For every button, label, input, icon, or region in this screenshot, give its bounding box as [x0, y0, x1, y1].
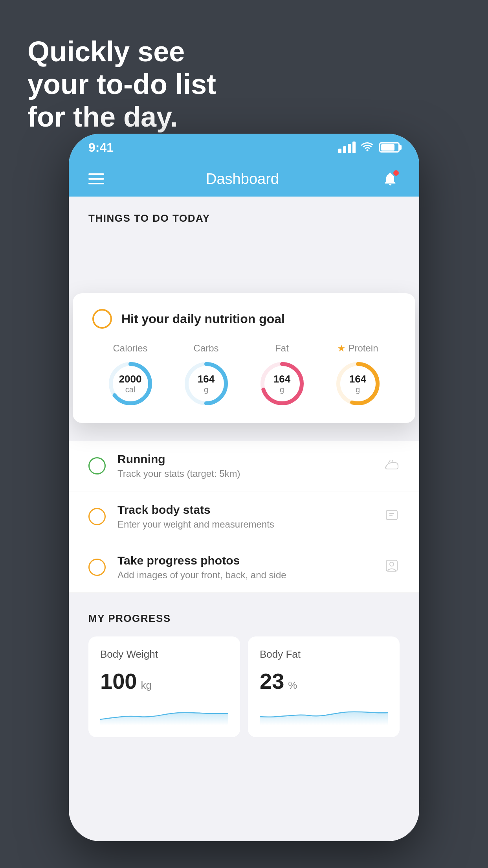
signal-icon — [338, 142, 356, 153]
calories-unit: cal — [119, 385, 142, 394]
carbs-ring: 164 g — [183, 360, 230, 407]
body-fat-chart — [260, 702, 388, 725]
body-weight-card: Body Weight 100 kg — [88, 636, 240, 737]
calories-ring: 2000 cal — [107, 360, 154, 407]
carbs-label: Carbs — [193, 343, 218, 354]
calories-label: Calories — [113, 343, 147, 354]
section-header: THINGS TO DO TODAY — [69, 197, 419, 232]
person-icon — [384, 558, 400, 577]
bell-icon[interactable] — [381, 169, 400, 188]
carbs-value: 164 — [198, 373, 215, 385]
nutrition-check-circle[interactable] — [92, 309, 112, 329]
fat-value: 164 — [273, 373, 290, 385]
progress-photos-subtitle: Add images of your front, back, and side — [117, 570, 372, 581]
running-subtitle: Track your stats (target: 5km) — [117, 468, 372, 479]
body-fat-card: Body Fat 23 % — [248, 636, 400, 737]
nutrition-rings: Calories 2000 cal — [92, 343, 396, 407]
todo-item-running[interactable]: Running Track your stats (target: 5km) — [69, 441, 419, 491]
hero-text: Quickly see your to-do list for the day. — [28, 35, 216, 133]
nav-bar: Dashboard — [69, 161, 419, 197]
running-title: Running — [117, 452, 372, 466]
progress-photos-title: Take progress photos — [117, 554, 372, 567]
svg-rect-8 — [386, 510, 397, 520]
todo-item-progress-photos[interactable]: Take progress photos Add images of your … — [69, 542, 419, 593]
calories-value: 2000 — [119, 373, 142, 385]
notification-dot — [393, 170, 399, 176]
fat-label: Fat — [275, 343, 289, 354]
nutrition-card: Hit your daily nutrition goal Calories — [73, 293, 415, 423]
body-weight-value: 100 — [100, 668, 137, 694]
hamburger-menu[interactable] — [88, 173, 104, 184]
running-text: Running Track your stats (target: 5km) — [117, 452, 372, 479]
nutrition-card-header: Hit your daily nutrition goal — [92, 309, 396, 329]
phone-content: THINGS TO DO TODAY Hit your daily nutrit… — [69, 197, 419, 749]
progress-cards: Body Weight 100 kg — [88, 636, 400, 737]
body-stats-title: Track body stats — [117, 503, 372, 517]
nav-title: Dashboard — [206, 171, 279, 188]
body-stats-subtitle: Enter your weight and measurements — [117, 519, 372, 530]
things-today-title: THINGS TO DO TODAY — [88, 212, 400, 224]
progress-section-title: MY PROGRESS — [88, 612, 400, 625]
phone-frame: 9:41 Dashboard — [69, 134, 419, 841]
status-icons — [338, 141, 400, 154]
body-weight-chart — [100, 702, 228, 725]
protein-ring: 164 g — [334, 360, 382, 407]
body-weight-unit: kg — [141, 679, 151, 691]
running-check-circle — [88, 457, 106, 474]
body-fat-value-row: 23 % — [260, 668, 388, 694]
progress-photos-check-circle — [88, 559, 106, 576]
status-bar: 9:41 — [69, 134, 419, 161]
shoe-icon — [384, 456, 400, 476]
body-weight-value-row: 100 kg — [100, 668, 228, 694]
calories-ring-item: Calories 2000 cal — [107, 343, 154, 407]
scale-icon — [384, 507, 400, 526]
body-fat-unit: % — [288, 679, 297, 691]
fat-ring: 164 g — [259, 360, 306, 407]
nutrition-card-title: Hit your daily nutrition goal — [121, 312, 285, 326]
todo-item-body-stats[interactable]: Track body stats Enter your weight and m… — [69, 491, 419, 542]
star-icon: ★ — [337, 343, 346, 354]
todo-list: Running Track your stats (target: 5km) T… — [69, 441, 419, 593]
body-fat-value: 23 — [260, 668, 284, 694]
body-stats-check-circle — [88, 508, 106, 525]
battery-icon — [379, 142, 400, 153]
body-stats-text: Track body stats Enter your weight and m… — [117, 503, 372, 530]
carbs-unit: g — [198, 385, 215, 394]
status-time: 9:41 — [88, 140, 114, 155]
protein-ring-item: ★ Protein 164 g — [334, 343, 382, 407]
protein-unit: g — [349, 385, 366, 394]
protein-label: Protein — [348, 343, 378, 354]
hero-line3: for the day. — [28, 101, 216, 133]
wifi-icon — [361, 141, 374, 154]
svg-point-12 — [390, 562, 394, 566]
body-weight-card-title: Body Weight — [100, 648, 228, 660]
fat-ring-item: Fat 164 g — [259, 343, 306, 407]
hero-line2: your to-do list — [28, 68, 216, 101]
protein-label-row: ★ Protein — [337, 343, 378, 354]
progress-photos-text: Take progress photos Add images of your … — [117, 554, 372, 581]
body-fat-card-title: Body Fat — [260, 648, 388, 660]
hero-line1: Quickly see — [28, 35, 216, 68]
protein-value: 164 — [349, 373, 366, 385]
fat-unit: g — [273, 385, 290, 394]
carbs-ring-item: Carbs 164 g — [183, 343, 230, 407]
progress-section: MY PROGRESS Body Weight 100 kg — [69, 593, 419, 749]
